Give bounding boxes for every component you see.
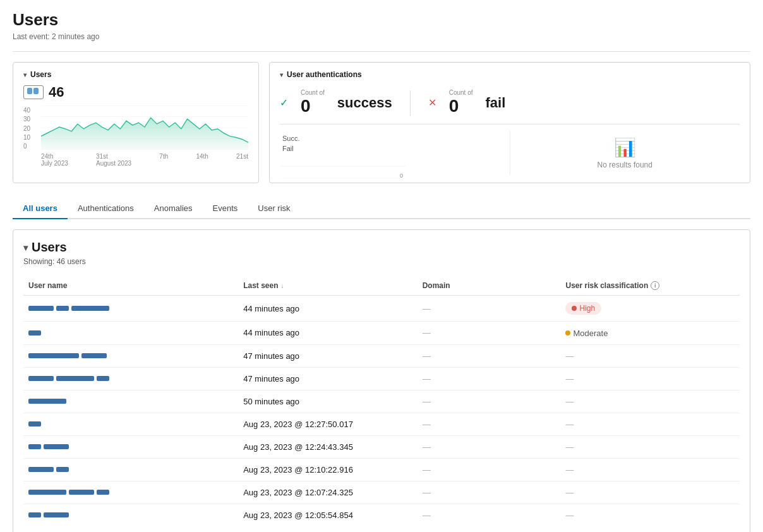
cell-username	[23, 344, 238, 367]
cell-domain: —	[418, 344, 561, 367]
success-label: success	[337, 95, 392, 111]
cell-lastseen: 47 minutes ago	[238, 344, 418, 367]
users-panel-chevron[interactable]: ▾	[23, 71, 27, 78]
success-icon: ✓	[280, 97, 288, 109]
section-title: Users	[32, 240, 67, 255]
cell-lastseen: Aug 23, 2023 @ 12:07:24.325	[238, 481, 418, 504]
users-chart: 403020100	[23, 106, 248, 156]
cell-risk: —	[560, 390, 740, 413]
cell-username	[23, 296, 238, 322]
risk-info-icon[interactable]: i	[651, 281, 659, 290]
cell-username	[23, 367, 238, 390]
success-count-wrapper: Count of 0	[301, 89, 325, 116]
cell-risk: —	[560, 344, 740, 367]
col-header-username: User name	[23, 276, 238, 296]
cell-username	[23, 322, 238, 345]
cell-domain: —	[418, 504, 561, 526]
auth-chart-area: Succ. Fail 0 📊 No results found	[280, 131, 740, 175]
cell-lastseen: 44 minutes ago	[238, 322, 418, 345]
cell-domain: —	[418, 413, 561, 435]
fail-label: fail	[485, 95, 505, 111]
auth-metrics: ✓ Count of 0 success ✕ Count of 0 fail	[280, 84, 740, 124]
cell-domain: —	[418, 322, 561, 345]
users-icon-box	[23, 85, 44, 99]
fail-count-wrapper: Count of 0	[449, 89, 473, 116]
table-row[interactable]: Aug 23, 2023 @ 12:05:54.854——	[23, 504, 740, 526]
cell-domain: —	[418, 367, 561, 390]
success-count-label: Count of	[301, 89, 325, 96]
top-panels: ▾ Users 46 403020100	[13, 62, 750, 183]
success-count: 0	[301, 96, 311, 116]
page-title: Users	[13, 10, 750, 30]
cell-risk: —	[560, 481, 740, 504]
table-row[interactable]: 44 minutes ago—Moderate	[23, 322, 740, 345]
tabs-container: All users Authentications Anomalies Even…	[13, 198, 750, 219]
users-panel: ▾ Users 46 403020100	[13, 62, 259, 183]
auth-chart-succ-label: Succ.	[280, 133, 510, 143]
cell-risk: —	[560, 367, 740, 390]
cell-domain: —	[418, 296, 561, 322]
users-metric: 46	[23, 84, 248, 100]
table-row[interactable]: 44 minutes ago—High	[23, 296, 740, 322]
cell-risk: Moderate	[560, 322, 740, 345]
cell-risk: —	[560, 458, 740, 481]
tab-user-risk[interactable]: User risk	[248, 198, 300, 219]
tab-all-users[interactable]: All users	[13, 198, 68, 219]
tab-authentications[interactable]: Authentications	[68, 198, 144, 219]
table-section: ▾ Users Showing: 46 users User name Last…	[13, 229, 750, 532]
cell-risk: —	[560, 504, 740, 526]
users-count: 46	[49, 84, 64, 100]
table-row[interactable]: 50 minutes ago——	[23, 390, 740, 413]
col-header-domain: Domain	[418, 276, 561, 296]
auth-chart-fail-label: Fail	[280, 143, 510, 154]
svg-rect-0	[27, 88, 32, 94]
auth-chart-left: Succ. Fail 0	[280, 131, 510, 175]
table-row[interactable]: 47 minutes ago——	[23, 367, 740, 390]
auth-panel-chevron[interactable]: ▾	[280, 71, 283, 78]
auth-panel: ▾ User authentications ✓ Count of 0 succ…	[269, 62, 750, 183]
showing-text: Showing: 46 users	[23, 257, 740, 266]
auth-divider	[410, 90, 411, 116]
col-header-lastseen[interactable]: Last seen ↓	[238, 276, 418, 296]
cell-username	[23, 435, 238, 458]
auth-panel-header: ▾ User authentications	[280, 70, 740, 79]
cell-lastseen: Aug 23, 2023 @ 12:10:22.916	[238, 458, 418, 481]
fail-icon: ✕	[428, 97, 436, 109]
cell-username	[23, 504, 238, 526]
tab-events[interactable]: Events	[203, 198, 248, 219]
section-header: ▾ Users	[23, 240, 740, 255]
users-panel-header: ▾ Users	[23, 70, 248, 79]
cell-username	[23, 481, 238, 504]
cell-lastseen: Aug 23, 2023 @ 12:24:43.345	[238, 435, 418, 458]
cell-username	[23, 413, 238, 435]
section-chevron[interactable]: ▾	[23, 243, 28, 253]
cell-lastseen: 44 minutes ago	[238, 296, 418, 322]
svg-rect-1	[33, 88, 39, 94]
table-row[interactable]: 47 minutes ago——	[23, 344, 740, 367]
table-row[interactable]: Aug 23, 2023 @ 12:24:43.345——	[23, 435, 740, 458]
fail-count: 0	[449, 96, 459, 116]
users-panel-title: Users	[30, 70, 51, 79]
table-row[interactable]: Aug 23, 2023 @ 12:07:24.325——	[23, 481, 740, 504]
cell-lastseen: 50 minutes ago	[238, 390, 418, 413]
cell-domain: —	[418, 458, 561, 481]
col-header-risk: User risk classification i	[560, 276, 740, 296]
cell-risk: —	[560, 435, 740, 458]
cell-risk: High	[560, 296, 740, 322]
table-row[interactable]: Aug 23, 2023 @ 12:27:50.017——	[23, 413, 740, 435]
cell-username	[23, 390, 238, 413]
cell-risk: —	[560, 413, 740, 435]
cell-domain: —	[418, 390, 561, 413]
cell-domain: —	[418, 435, 561, 458]
cell-username	[23, 458, 238, 481]
table-row[interactable]: Aug 23, 2023 @ 12:10:22.916——	[23, 458, 740, 481]
cell-lastseen: 47 minutes ago	[238, 367, 418, 390]
header-divider	[13, 51, 750, 52]
no-results-icon: 📊	[614, 137, 636, 158]
last-event-text: Last event: 2 minutes ago	[13, 32, 750, 41]
fail-count-label: Count of	[449, 89, 473, 96]
tab-anomalies[interactable]: Anomalies	[144, 198, 203, 219]
no-results-text: No results found	[598, 160, 652, 169]
auth-no-results: 📊 No results found	[510, 131, 740, 175]
svg-text:0: 0	[400, 172, 403, 179]
